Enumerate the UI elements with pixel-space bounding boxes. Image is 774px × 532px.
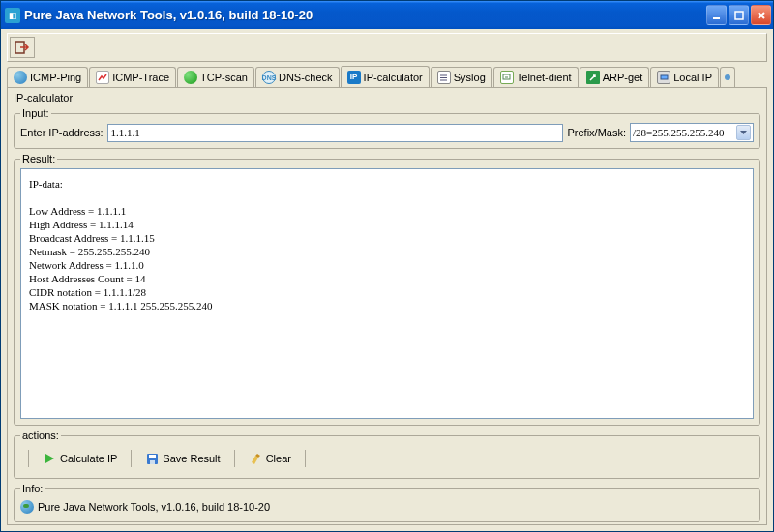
ip-icon: IP — [347, 71, 361, 84]
arp-icon — [586, 71, 600, 84]
tab-label: Telnet-dient — [517, 72, 572, 83]
ip-address-input[interactable] — [107, 124, 564, 142]
chevron-down-icon — [736, 125, 751, 140]
actions-group: actions: Calculate IP Save Result — [14, 429, 760, 479]
toolbar — [7, 33, 767, 62]
svg-point-5 — [725, 74, 730, 80]
tab-local-ip[interactable]: Local IP — [650, 67, 719, 87]
tab-label: IP-calculator — [364, 72, 423, 83]
tab-label: TCP-scan — [200, 72, 248, 83]
svg-rect-7 — [149, 455, 156, 458]
tab-syslog[interactable]: Syslog — [431, 67, 492, 87]
close-button[interactable] — [751, 5, 771, 25]
prefix-mask-label: Prefix/Mask: — [567, 127, 626, 138]
tab-ip-calculator[interactable]: IP IP-calculator — [341, 66, 430, 88]
prefix-mask-value: /28=255.255.255.240 — [633, 127, 734, 138]
title-bar: ◧ Pure Java Network Tools, v1.0.16, buil… — [1, 1, 773, 29]
tab-icmp-trace[interactable]: ICMP-Trace — [89, 67, 176, 87]
telnet-icon — [500, 71, 514, 84]
tab-tcp-scan[interactable]: TCP-scan — [177, 67, 254, 87]
svg-rect-1 — [735, 12, 743, 19]
save-result-button[interactable]: Save Result — [139, 448, 225, 469]
trace-icon — [96, 71, 109, 84]
input-group: Input: Enter IP-address: Prefix/Mask: /2… — [14, 107, 760, 149]
svg-rect-8 — [150, 460, 155, 464]
tab-label: Local IP — [673, 72, 712, 83]
dns-icon: DNS — [262, 71, 276, 84]
window-title: Pure Java Network Tools, v1.0.16, build … — [24, 8, 706, 22]
save-icon — [145, 452, 159, 465]
tab-bar: ICMP-Ping ICMP-Trace TCP-scan DNS DNS-ch… — [7, 66, 767, 88]
syslog-icon — [437, 71, 451, 84]
play-icon — [43, 452, 56, 465]
separator — [28, 450, 29, 467]
info-group: Info: Pure Java Network Tools, v1.0.16, … — [14, 483, 760, 522]
separator — [305, 450, 306, 467]
scan-icon — [184, 71, 197, 84]
minimize-button[interactable] — [706, 5, 727, 25]
result-text[interactable]: IP-data: Low Address = 1.1.1.1 High Addr… — [20, 168, 754, 419]
ip-calculator-panel: IP-calculator — [14, 92, 760, 103]
button-label: Calculate IP — [60, 453, 117, 464]
separator — [234, 450, 235, 467]
chevron-right-icon — [724, 74, 731, 81]
tabs-scroll-right[interactable] — [720, 67, 735, 87]
tab-arp-get[interactable]: ARP-get — [580, 67, 650, 87]
prefix-mask-select[interactable]: /28=255.255.255.240 — [630, 123, 754, 142]
local-ip-icon — [657, 71, 670, 84]
result-legend: Result: — [20, 153, 57, 164]
ping-icon — [14, 71, 27, 84]
clear-button[interactable]: Clear — [243, 448, 297, 469]
tab-label: ICMP-Trace — [112, 72, 169, 83]
result-group: Result: IP-data: Low Address = 1.1.1.1 H… — [14, 153, 760, 426]
info-legend: Info: — [20, 483, 45, 494]
svg-rect-0 — [713, 17, 720, 19]
calculate-ip-button[interactable]: Calculate IP — [37, 448, 123, 469]
ip-address-label: Enter IP-address: — [20, 127, 104, 138]
globe-icon — [20, 500, 34, 514]
tab-label: ICMP-Ping — [30, 72, 81, 83]
separator — [131, 450, 132, 467]
button-label: Save Result — [163, 453, 220, 464]
tab-telnet-client[interactable]: Telnet-dient — [493, 67, 579, 87]
clear-icon — [249, 452, 262, 465]
app-icon: ◧ — [5, 8, 20, 23]
info-text: Pure Java Network Tools, v1.0.16, build … — [38, 501, 270, 513]
tab-label: Syslog — [454, 72, 486, 83]
tab-label: DNS-check — [279, 72, 333, 83]
tab-label: ARP-get — [603, 72, 643, 83]
tab-icmp-ping[interactable]: ICMP-Ping — [7, 67, 88, 87]
tab-dns-check[interactable]: DNS DNS-check — [255, 67, 340, 87]
maximize-button[interactable] — [729, 5, 749, 25]
svg-rect-4 — [661, 75, 668, 79]
exit-button[interactable] — [10, 37, 35, 58]
exit-icon — [15, 41, 30, 54]
input-legend: Input: — [20, 107, 51, 119]
button-label: Clear — [266, 453, 291, 464]
actions-legend: actions: — [20, 429, 61, 441]
panel-legend: IP-calculator — [14, 92, 73, 103]
